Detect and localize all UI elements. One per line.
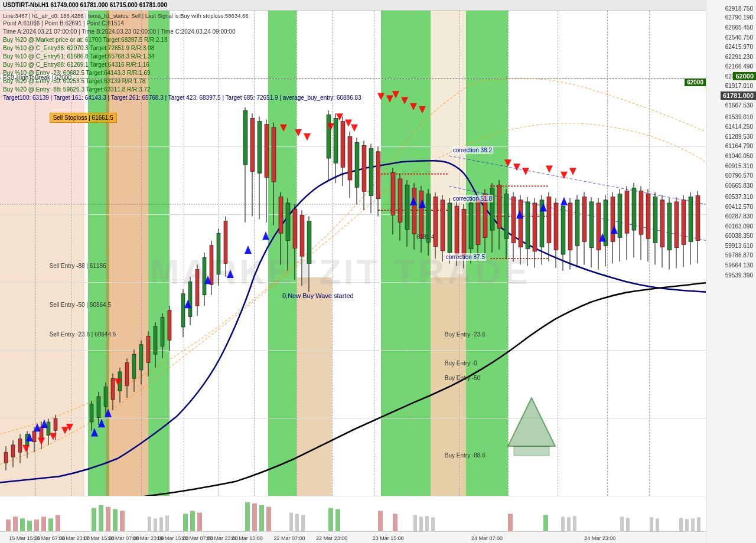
volume-svg <box>0 496 706 531</box>
svg-marker-214 <box>345 119 352 126</box>
svg-rect-245 <box>190 511 195 531</box>
svg-rect-82 <box>327 115 331 158</box>
sell-entry-50-label: Sell Entry -50 | 60864.5 <box>50 302 111 308</box>
svg-rect-252 <box>335 509 340 531</box>
svg-rect-257 <box>148 516 151 531</box>
price-60915: 60915.310 <box>725 162 753 169</box>
time-label-10: 22 Mar 07:00 <box>273 535 305 541</box>
svg-rect-236 <box>41 516 46 531</box>
svg-rect-66 <box>258 122 262 174</box>
svg-rect-231 <box>6 519 11 531</box>
svg-rect-244 <box>183 514 188 532</box>
correction-382-label: correction 38.2 <box>452 146 493 154</box>
price-59539: 59539.390 <box>725 272 753 278</box>
svg-rect-255 <box>508 514 513 532</box>
svg-rect-233 <box>20 518 25 531</box>
svg-marker-201 <box>599 233 606 241</box>
svg-rect-271 <box>620 516 624 531</box>
time-label-14: 24 Mar 23:00 <box>584 535 615 541</box>
svg-rect-235 <box>34 519 39 531</box>
svg-rect-132 <box>511 197 516 243</box>
price-61917: 61917.010 <box>725 83 753 89</box>
svg-rect-84 <box>334 118 338 163</box>
svg-rect-248 <box>252 503 257 531</box>
svg-rect-62 <box>243 110 247 165</box>
svg-marker-225 <box>546 165 553 172</box>
svg-rect-230 <box>514 446 549 455</box>
price-61040: 61040.050 <box>725 153 753 159</box>
svg-rect-272 <box>626 518 630 531</box>
time-label-12: 23 Mar 15:00 <box>373 535 404 541</box>
vline-15 <box>607 11 608 496</box>
price-62540: 62540.750 <box>725 34 753 40</box>
svg-rect-172 <box>653 197 657 243</box>
svg-rect-258 <box>154 518 157 531</box>
svg-rect-138 <box>533 203 537 251</box>
svg-rect-178 <box>674 202 679 248</box>
fsb-price-label: 62000 <box>685 78 706 86</box>
svg-rect-259 <box>159 517 163 531</box>
zone-tan-right-top <box>431 11 466 277</box>
volume-area <box>0 496 706 531</box>
price-61414: 61414.250 <box>725 123 753 130</box>
svg-rect-146 <box>561 206 565 254</box>
price-60163: 60163.090 <box>725 223 753 229</box>
svg-rect-274 <box>656 518 659 531</box>
buy-entry-50-label: Buy Entry -50 <box>445 375 481 381</box>
price-60287: 60287.830 <box>725 213 753 220</box>
svg-marker-229 <box>508 398 555 446</box>
svg-rect-152 <box>582 197 586 242</box>
svg-marker-226 <box>561 172 568 179</box>
zone-orange-2 <box>296 277 332 496</box>
price-60412: 60412.570 <box>725 203 753 210</box>
svg-rect-86 <box>341 122 345 168</box>
vline-1 <box>35 11 36 496</box>
svg-rect-232 <box>13 516 18 531</box>
svg-rect-277 <box>691 518 695 531</box>
price-axis: 62918.750 62790.190 62665.450 62540.750 … <box>706 0 756 543</box>
svg-rect-276 <box>685 519 689 531</box>
buy-entry-0-label: Buy Entry -0 <box>445 360 477 367</box>
price-59788: 59788.870 <box>725 252 753 259</box>
svg-rect-278 <box>697 517 700 531</box>
price-59664: 59664.130 <box>725 261 753 268</box>
chart-container: USDTIRT-Nbi.H1 61749.000 61781.000 61715… <box>0 0 756 543</box>
svg-rect-136 <box>526 202 530 249</box>
svg-rect-180 <box>682 200 686 245</box>
svg-rect-94 <box>369 149 373 196</box>
svg-rect-166 <box>632 188 636 230</box>
price-62790: 62790.190 <box>725 14 753 21</box>
svg-marker-212 <box>327 123 334 130</box>
fsb-line <box>0 78 706 79</box>
vline-4 <box>141 11 142 496</box>
correction-518-label: correction 51.8 <box>452 195 493 202</box>
svg-rect-90 <box>355 142 359 187</box>
price-61539: 61539.010 <box>725 113 753 120</box>
svg-marker-191 <box>184 300 191 308</box>
svg-rect-238 <box>56 515 60 531</box>
price-62291: 62291.230 <box>725 53 753 60</box>
time-label-13: 24 Mar 07:00 <box>471 535 503 541</box>
vline-16 <box>649 11 650 496</box>
price-60665: 60665.830 <box>725 182 753 188</box>
svg-rect-239 <box>92 508 96 531</box>
title-bar: USDTIRT-Nbi.H1 61749.000 61781.000 61715… <box>0 0 706 11</box>
svg-rect-148 <box>568 203 572 250</box>
price-62665: 62665.450 <box>725 24 753 31</box>
svg-rect-88 <box>348 136 352 180</box>
svg-rect-253 <box>378 511 383 531</box>
zone-orange-1 <box>106 11 148 496</box>
svg-rect-261 <box>289 513 293 531</box>
svg-rect-176 <box>667 203 672 250</box>
price-61164: 61164.790 <box>725 143 753 149</box>
price-61667: 61667.530 <box>725 102 753 109</box>
svg-rect-251 <box>328 508 333 531</box>
svg-rect-266 <box>425 516 429 531</box>
sell-entry-23-label: Sell Entry -23.6 | 60644.6 <box>50 331 116 338</box>
svg-rect-162 <box>618 194 622 238</box>
svg-rect-263 <box>301 515 305 531</box>
svg-rect-273 <box>650 517 653 531</box>
svg-rect-234 <box>27 521 32 531</box>
buy-entry-886-label: Buy Entry -88.6 <box>445 452 485 459</box>
price-60537: 60537.310 <box>725 194 753 200</box>
